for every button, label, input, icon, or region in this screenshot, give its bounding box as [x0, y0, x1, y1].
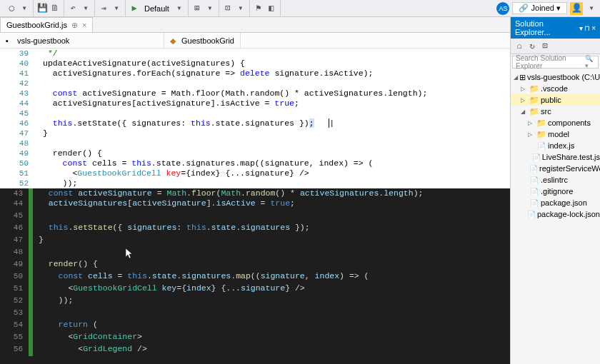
tool2-icon[interactable]: ⊡: [222, 3, 234, 14]
breadcrumb-bar: ▪ vsls-guestbook ◆ GuestbookGrid: [0, 33, 510, 49]
tree-public[interactable]: ▷📁public: [511, 94, 600, 106]
js-file-icon: 📄: [529, 164, 538, 173]
solution-explorer: Solution Explorer... ▾ ⊓ × ⌂ ↻ ⊡ Search …: [510, 17, 600, 364]
se-header: Solution Explorer... ▾ ⊓ ×: [511, 17, 600, 39]
config-label[interactable]: Default: [141, 4, 172, 13]
tab-pin-icon[interactable]: ⊕: [71, 21, 78, 30]
tab-filename: GuestbookGrid.js: [6, 21, 67, 29]
tree-vscode[interactable]: ▷📁.vscode: [511, 83, 600, 94]
undo-icon[interactable]: ↶: [67, 3, 79, 14]
folder-icon: 📁: [536, 130, 546, 138]
folder-icon: 📁: [529, 96, 539, 104]
breadcrumb-class[interactable]: ◆ GuestbookGrid: [164, 33, 241, 48]
dark-code-pane[interactable]: 43 const activeSignature = Math.floor(Ma…: [0, 188, 510, 364]
se-title: Solution Explorer...: [515, 19, 579, 36]
json-file-icon: 📄: [529, 198, 539, 207]
light-code-pane[interactable]: 39 */ 40updateActiveSignature(activeSign…: [0, 49, 510, 188]
folder-icon: 📁: [529, 84, 539, 93]
tree-packagelock[interactable]: 📄package-lock.json: [511, 208, 600, 220]
se-close-icon[interactable]: ×: [591, 24, 596, 32]
class-icon: ◆: [170, 36, 179, 45]
tree-registersw[interactable]: 📄registerServiceWor: [511, 163, 600, 174]
step-icon[interactable]: ⇥: [98, 3, 109, 14]
save-all-icon[interactable]: 🗎: [49, 3, 61, 14]
flag-icon[interactable]: ⚑: [253, 3, 264, 14]
se-search[interactable]: Search Solution Explorer 🔍▾: [512, 56, 599, 69]
user-avatar[interactable]: AS: [496, 2, 509, 15]
tree-src[interactable]: ◢📁src: [511, 106, 600, 117]
tab-bar: GuestbookGrid.js ⊕ ×: [0, 17, 510, 33]
dropdown-icon[interactable]: ▾: [19, 3, 30, 14]
project-icon: ⊞: [519, 73, 526, 81]
joined-badge[interactable]: 🔗 Joined ▾: [512, 2, 567, 14]
file-icon: 📄: [529, 187, 539, 196]
tree-index[interactable]: 📄index.js: [511, 140, 600, 151]
main-container: GuestbookGrid.js ⊕ × ▪ vsls-guestbook ◆ …: [0, 17, 600, 364]
step-dropdown-icon[interactable]: ▾: [111, 3, 122, 14]
redo-icon[interactable]: ▾: [80, 3, 91, 14]
se-refresh-icon[interactable]: ↻: [526, 41, 538, 52]
se-toolbar: ⌂ ↻ ⊡: [511, 39, 600, 54]
tree-liveshare[interactable]: 📄LiveShare.test.js: [511, 151, 600, 163]
tool2-dropdown-icon[interactable]: ▾: [235, 3, 246, 14]
se-sync-icon[interactable]: ⊡: [539, 41, 551, 52]
tree-components[interactable]: ▷📁components: [511, 117, 600, 128]
js-file-icon: 📄: [532, 153, 541, 161]
breadcrumb-project[interactable]: ▪ vsls-guestbook: [0, 33, 164, 48]
folder-icon: 📁: [536, 118, 546, 127]
tree-model[interactable]: ▷📁model: [511, 128, 600, 140]
main-toolbar: ◯ ▾ 💾 🗎 ↶ ▾ ⇥ ▾ ▶ Default ▾ ⊞ ▾ ⊡ ▾ ⚑ ◧ …: [0, 0, 600, 17]
tool1-dropdown-icon[interactable]: ▾: [204, 3, 216, 14]
tree-root[interactable]: ◢⊞vsls-guestbook (C:\User: [511, 71, 600, 83]
se-home-icon[interactable]: ⌂: [514, 41, 525, 52]
avatar-yellow[interactable]: 👤: [570, 2, 583, 15]
file-tab[interactable]: GuestbookGrid.js ⊕ ×: [0, 17, 93, 32]
tab-close-icon[interactable]: ×: [82, 21, 86, 29]
project-icon: ▪: [6, 36, 14, 45]
config-dropdown-icon[interactable]: ▾: [174, 3, 185, 14]
code-editor: 39 */ 40updateActiveSignature(activeSign…: [0, 49, 510, 364]
play-icon[interactable]: ▶: [129, 3, 140, 14]
tree-gitignore[interactable]: 📄.gitignore: [511, 186, 600, 197]
folder-icon: 📁: [529, 107, 539, 116]
tool3-icon[interactable]: ◧: [266, 3, 277, 14]
tree-eslintrc[interactable]: 📄.eslintrc: [511, 174, 600, 186]
json-file-icon: 📄: [527, 210, 536, 218]
save-icon[interactable]: 💾: [36, 3, 48, 14]
se-pin-icon[interactable]: ⊓: [584, 24, 590, 32]
editor-area: GuestbookGrid.js ⊕ × ▪ vsls-guestbook ◆ …: [0, 17, 510, 364]
back-icon[interactable]: ◯: [6, 3, 17, 14]
js-file-icon: 📄: [536, 141, 546, 150]
se-tree: ◢⊞vsls-guestbook (C:\User ▷📁.vscode ▷📁pu…: [511, 70, 600, 364]
se-dropdown-icon[interactable]: ▾: [579, 24, 583, 32]
collapse-icon[interactable]: ▾: [586, 3, 597, 14]
tree-packagejson[interactable]: 📄package.json: [511, 197, 600, 208]
tool1-icon[interactable]: ⊞: [191, 3, 203, 14]
file-icon: 📄: [529, 176, 539, 184]
search-shortcut: 🔍▾: [585, 55, 595, 69]
